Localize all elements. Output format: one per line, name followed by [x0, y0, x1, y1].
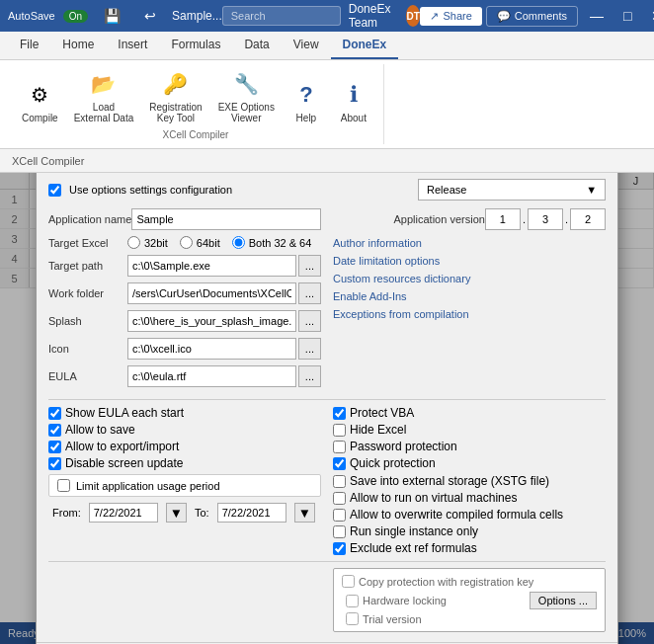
tab-insert[interactable]: Insert: [106, 32, 159, 59]
allow-export-checkbox[interactable]: [48, 441, 61, 453]
release-dropdown[interactable]: Release ▼: [418, 179, 606, 201]
disable-screen-checkbox[interactable]: [48, 457, 61, 470]
formula-area: XCell Compiler: [0, 149, 654, 173]
work-folder-input[interactable]: [127, 282, 296, 304]
maximize-button[interactable]: □: [615, 6, 639, 26]
checkboxes-left: Show EULA each start Allow to save Allow…: [48, 406, 321, 470]
from-date-input[interactable]: [89, 503, 158, 523]
minimize-button[interactable]: —: [582, 6, 612, 26]
hardware-locking-checkbox[interactable]: [346, 595, 359, 607]
splash-browse[interactable]: ...: [298, 310, 321, 332]
exclude-ext-ref-checkbox[interactable]: [333, 542, 346, 555]
date-limit-link[interactable]: Date limitation options: [333, 254, 606, 268]
share-button[interactable]: ↗ Share: [420, 7, 481, 26]
allow-overwrite-label: Allow to overwrite compiled formula cell…: [350, 508, 563, 522]
custom-resources-link[interactable]: Custom resources dictionary: [333, 272, 606, 285]
allow-save-checkbox[interactable]: [48, 424, 61, 437]
ribbon-load-external[interactable]: 📂 LoadExternal Data: [68, 64, 140, 127]
limit-period-label: Limit application usage period: [76, 480, 220, 492]
hide-excel-checkbox[interactable]: [333, 424, 346, 437]
eula-row: EULA ...: [48, 365, 321, 387]
show-eula-row[interactable]: Show EULA each start: [48, 406, 321, 420]
target-path-browse[interactable]: ...: [298, 255, 321, 277]
ribbon-group-label: XCell Compiler: [163, 129, 229, 140]
allow-overwrite-row[interactable]: Allow to overwrite compiled formula cell…: [333, 508, 606, 522]
use-options-checkbox[interactable]: [48, 184, 61, 197]
target-excel-radio-group: 32bit 64bit Both 32 & 64: [127, 236, 311, 249]
icon-label: Icon: [48, 343, 127, 355]
allow-virtual-checkbox[interactable]: [333, 492, 346, 505]
copy-protection-right: Copy protection with registration key Ha…: [333, 568, 606, 632]
run-single-checkbox[interactable]: [333, 525, 346, 538]
save-external-row[interactable]: Save into external storage (XSTG file): [333, 474, 606, 488]
eula-browse[interactable]: ...: [298, 365, 321, 387]
ribbon-compile[interactable]: ⚙ Compile: [16, 75, 64, 127]
work-folder-browse[interactable]: ...: [298, 282, 321, 304]
load-external-icon: 📂: [88, 68, 120, 100]
tab-doneex[interactable]: DoneEx: [331, 32, 399, 59]
hide-excel-row[interactable]: Hide Excel: [333, 423, 606, 437]
radio-both[interactable]: Both 32 & 64: [232, 236, 312, 249]
trial-version-checkbox[interactable]: [346, 612, 359, 625]
radio-64bit[interactable]: 64bit: [180, 236, 220, 249]
options-button[interactable]: Options ...: [530, 592, 597, 609]
app-name-row: Application name: [48, 208, 321, 230]
version-patch[interactable]: [570, 208, 606, 230]
from-date-picker[interactable]: ▼: [166, 503, 187, 523]
run-single-label: Run single instance only: [350, 524, 478, 538]
limit-and-protection: Limit application usage period From: ▼ T…: [48, 474, 321, 555]
tab-view[interactable]: View: [282, 32, 331, 59]
comments-button[interactable]: 💬 Comments: [486, 6, 578, 27]
disable-screen-row[interactable]: Disable screen update: [48, 456, 321, 470]
allow-export-row[interactable]: Allow to export/import: [48, 440, 321, 453]
show-eula-checkbox[interactable]: [48, 407, 61, 420]
password-protection-row[interactable]: Password protection: [333, 440, 606, 453]
save-button[interactable]: 💾: [96, 6, 128, 26]
undo-button[interactable]: ↩: [136, 6, 164, 26]
version-major[interactable]: [485, 208, 521, 230]
eula-label: EULA: [48, 370, 127, 382]
protect-vba-row[interactable]: Protect VBA: [333, 406, 606, 420]
tab-formulas[interactable]: Formulas: [159, 32, 232, 59]
allow-save-row[interactable]: Allow to save: [48, 423, 321, 437]
copy-protection-checkbox[interactable]: [342, 575, 355, 588]
allow-virtual-row[interactable]: Allow to run on virtual machines: [333, 491, 606, 505]
window-close-button[interactable]: ✕: [643, 6, 654, 26]
limit-period-checkbox[interactable]: [57, 479, 70, 492]
exceptions-link[interactable]: Exceptions from compilation: [333, 307, 606, 321]
app-name-input[interactable]: [131, 208, 321, 230]
ribbon-exe-options[interactable]: 🔧 EXE OptionsViewer: [212, 64, 281, 127]
ribbon-reg-key-tool[interactable]: 🔑 RegistrationKey Tool: [143, 64, 207, 127]
password-protection-checkbox[interactable]: [333, 441, 346, 453]
to-date-input[interactable]: [217, 503, 286, 523]
run-single-row[interactable]: Run single instance only: [333, 524, 606, 538]
search-input[interactable]: [222, 6, 341, 26]
allow-overwrite-checkbox[interactable]: [333, 509, 346, 522]
quick-protection-checkbox[interactable]: [333, 457, 346, 470]
tab-home[interactable]: Home: [50, 32, 106, 59]
ribbon-about[interactable]: ℹ About: [332, 75, 375, 127]
author-info-link[interactable]: Author information: [333, 236, 606, 250]
ribbon-group-items: ⚙ Compile 📂 LoadExternal Data 🔑 Registra…: [16, 64, 375, 127]
ribbon-help[interactable]: ? Help: [285, 75, 328, 127]
radio-32bit[interactable]: 32bit: [127, 236, 168, 249]
icon-input[interactable]: [127, 338, 296, 360]
enable-addins-link[interactable]: Enable Add-Ins: [333, 289, 606, 303]
autosave-toggle[interactable]: On: [63, 10, 88, 23]
target-path-input[interactable]: [127, 255, 296, 277]
save-options-section: Limit application usage period From: ▼ T…: [48, 474, 606, 555]
eula-input[interactable]: [127, 365, 296, 387]
protect-vba-checkbox[interactable]: [333, 407, 346, 420]
exclude-ext-ref-row[interactable]: Exclude ext ref formulas: [333, 541, 606, 555]
icon-browse[interactable]: ...: [298, 338, 321, 360]
to-date-picker[interactable]: ▼: [294, 503, 315, 523]
splash-input[interactable]: [127, 310, 296, 332]
copy-protection-left: [48, 568, 321, 632]
app-name-label: Application name: [48, 213, 131, 225]
quick-protection-row[interactable]: Quick protection: [333, 456, 606, 470]
tab-data[interactable]: Data: [232, 32, 281, 59]
version-minor[interactable]: [528, 208, 563, 230]
tab-file[interactable]: File: [8, 32, 50, 59]
title-bar-center: DoneEx Team DT: [222, 2, 421, 30]
save-external-checkbox[interactable]: [333, 475, 346, 488]
